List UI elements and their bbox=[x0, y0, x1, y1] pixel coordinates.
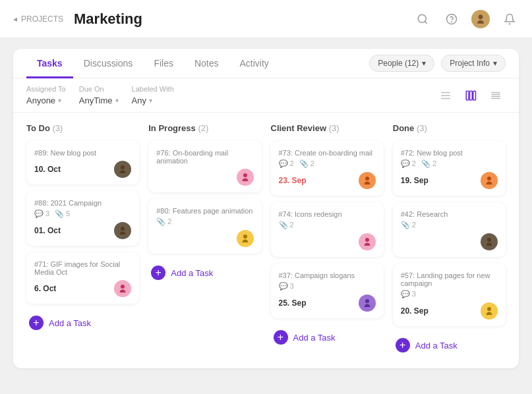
task-meta-item: 📎 2 bbox=[156, 217, 171, 226]
task-full-title: Research bbox=[417, 210, 448, 218]
task-card-57[interactable]: #57: Landing pages for new campaign 💬 3 … bbox=[393, 264, 506, 326]
task-card-76[interactable]: #76: On-boarding mail animation bbox=[148, 141, 261, 192]
task-meta-item: 💬 3 bbox=[34, 210, 49, 218]
add-icon: + bbox=[151, 266, 165, 280]
column-header-todo: To Do (3) bbox=[26, 123, 139, 133]
task-meta-item: 💬 3 bbox=[279, 282, 294, 291]
svg-point-16 bbox=[121, 285, 125, 289]
kanban-board: To Do (3) #89: New blog post 10. Oct #88… bbox=[13, 113, 519, 368]
tabs-right: People (12) ▾ Project Info ▾ bbox=[369, 55, 506, 72]
due-on-chevron-icon: ▾ bbox=[115, 97, 119, 104]
task-id: #42: Research bbox=[401, 210, 498, 218]
project-info-button[interactable]: Project Info ▾ bbox=[441, 55, 506, 72]
task-meta: 💬 2📎 2 bbox=[279, 159, 376, 168]
people-label: People (12) bbox=[378, 59, 419, 68]
col-count-inprogress: (2) bbox=[198, 123, 208, 133]
add-task-btn-todo[interactable]: +Add a Task bbox=[26, 310, 139, 335]
task-id: #72: New blog post bbox=[401, 149, 498, 157]
task-card-72[interactable]: #72: New blog post 💬 2📎 2 19. Sep bbox=[393, 141, 506, 196]
search-icon[interactable] bbox=[413, 10, 432, 28]
tab-files[interactable]: Files bbox=[143, 49, 184, 78]
task-meta-item: 📎 2 bbox=[401, 221, 416, 229]
task-meta: 📎 2 bbox=[401, 221, 498, 229]
labeled-with-select[interactable]: Any ▾ bbox=[132, 96, 174, 105]
svg-point-17 bbox=[243, 173, 247, 177]
task-meta-item: 📎 5 bbox=[55, 210, 70, 218]
filter-due-on: Due On AnyTime ▾ bbox=[79, 85, 119, 105]
column-header-inprogress: In Progress (2) bbox=[148, 123, 261, 133]
task-avatar bbox=[237, 230, 254, 247]
add-task-btn-clientreview[interactable]: +Add a Task bbox=[271, 325, 384, 350]
add-icon: + bbox=[396, 338, 410, 352]
task-footer: 23. Sep bbox=[279, 172, 376, 189]
app-header: ◂ PROJECTS Marketing bbox=[0, 0, 532, 38]
task-full-title: On-boarding mail animation bbox=[156, 149, 228, 165]
svg-rect-9 bbox=[473, 91, 476, 100]
assigned-to-label: Assigned To bbox=[26, 85, 66, 93]
add-task-label: Add a Task bbox=[171, 268, 213, 278]
list-view-icon[interactable] bbox=[436, 86, 456, 105]
task-id: #37: Campaign slogans bbox=[279, 271, 376, 279]
task-avatar bbox=[359, 295, 376, 312]
task-footer: 20. Sep bbox=[401, 302, 498, 320]
column-done: Done (3) #72: New blog post 💬 2📎 2 19. S… bbox=[393, 123, 506, 358]
task-id: #80: Features page animation bbox=[156, 207, 253, 215]
task-footer: 01. Oct bbox=[34, 222, 131, 239]
task-card-42[interactable]: #42: Research 📎 2 bbox=[393, 202, 506, 257]
task-card-37[interactable]: #37: Campaign slogans 💬 3 25. Sep bbox=[271, 264, 384, 318]
kanban-view-icon[interactable] bbox=[461, 86, 481, 105]
task-card-74[interactable]: #74: Icons redesign 📎 2 bbox=[271, 202, 384, 257]
svg-point-18 bbox=[243, 235, 247, 239]
people-chevron-icon: ▾ bbox=[422, 59, 426, 68]
task-card-88[interactable]: #88: 2021 Campaign 💬 3📎 5 01. Oct bbox=[26, 191, 139, 246]
due-on-select[interactable]: AnyTime ▾ bbox=[79, 96, 119, 105]
task-meta: 💬 3📎 5 bbox=[34, 210, 131, 218]
help-icon[interactable] bbox=[442, 10, 461, 28]
svg-point-15 bbox=[121, 227, 125, 231]
split-view-icon[interactable] bbox=[486, 86, 506, 105]
task-footer bbox=[401, 233, 498, 250]
tab-discussions[interactable]: Discussions bbox=[73, 49, 144, 78]
project-info-chevron-icon: ▾ bbox=[493, 59, 497, 68]
add-task-label: Add a Task bbox=[415, 341, 458, 351]
filter-assigned-to: Assigned To Anyone ▾ bbox=[26, 85, 66, 105]
task-card-71[interactable]: #71: GIF images for Social Media Oct 6. … bbox=[26, 252, 139, 304]
svg-rect-8 bbox=[470, 91, 473, 100]
user-avatar[interactable] bbox=[471, 10, 490, 28]
task-footer bbox=[156, 230, 253, 247]
task-card-89[interactable]: #89: New blog post 10. Oct bbox=[26, 141, 139, 184]
task-footer: 6. Oct bbox=[34, 280, 131, 297]
page-title: Marketing bbox=[74, 11, 413, 28]
tabs-row: Tasks Discussions Files Notes Activity P… bbox=[13, 49, 519, 78]
add-task-btn-inprogress[interactable]: +Add a Task bbox=[148, 260, 261, 285]
task-full-title: Landing pages for new campaign bbox=[401, 271, 490, 287]
notifications-icon[interactable] bbox=[500, 10, 519, 28]
tab-activity[interactable]: Activity bbox=[229, 49, 280, 78]
main-content: Tasks Discussions Files Notes Activity P… bbox=[0, 38, 532, 389]
task-card-80[interactable]: #80: Features page animation 📎 2 bbox=[148, 199, 261, 254]
back-chevron-icon: ◂ bbox=[13, 14, 17, 24]
task-meta-item: 📎 2 bbox=[279, 221, 294, 229]
task-id: #73: Create on-boarding mail bbox=[279, 149, 376, 157]
task-avatar bbox=[114, 280, 131, 297]
add-task-btn-done[interactable]: +Add a Task bbox=[393, 333, 506, 358]
task-full-title: Campaign slogans bbox=[295, 271, 355, 279]
task-date: 25. Sep bbox=[279, 298, 307, 308]
task-meta-item: 💬 3 bbox=[401, 290, 416, 298]
task-avatar bbox=[114, 161, 131, 178]
project-panel: Tasks Discussions Files Notes Activity P… bbox=[13, 49, 519, 368]
col-count-clientreview: (3) bbox=[329, 123, 340, 133]
task-card-73[interactable]: #73: Create on-boarding mail 💬 2📎 2 23. … bbox=[271, 141, 384, 196]
task-avatar bbox=[114, 222, 131, 239]
task-footer bbox=[156, 169, 253, 186]
task-id: #57: Landing pages for new campaign bbox=[401, 271, 498, 287]
tab-tasks[interactable]: Tasks bbox=[26, 49, 73, 78]
people-button[interactable]: People (12) ▾ bbox=[369, 55, 434, 72]
task-full-title: Create on-boarding mail bbox=[295, 149, 372, 157]
tab-notes[interactable]: Notes bbox=[184, 49, 229, 78]
task-date: 23. Sep bbox=[279, 176, 307, 185]
assigned-to-select[interactable]: Anyone ▾ bbox=[26, 96, 66, 105]
column-inprogress: In Progress (2) #76: On-boarding mail an… bbox=[148, 123, 261, 358]
back-to-projects[interactable]: ◂ PROJECTS bbox=[13, 14, 63, 24]
task-avatar bbox=[481, 172, 498, 189]
